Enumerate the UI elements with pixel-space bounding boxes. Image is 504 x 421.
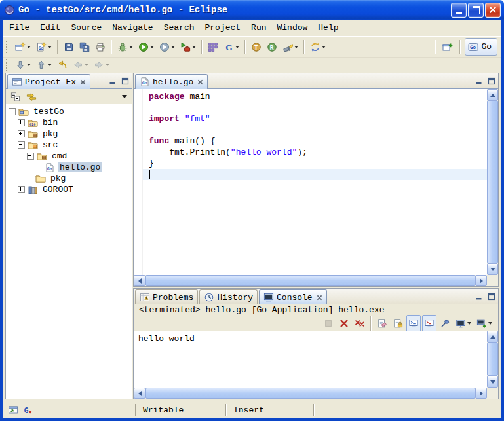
expand-icon[interactable]	[18, 186, 25, 193]
tree-item-src[interactable]: src	[6, 139, 132, 151]
go-type-button[interactable]: G	[222, 39, 241, 56]
dropdown-arrow-icon[interactable]	[48, 46, 52, 48]
dropdown-arrow-icon[interactable]	[171, 46, 175, 48]
console-horizontal-scrollbar[interactable]	[134, 388, 487, 399]
save-all-button[interactable]	[77, 39, 92, 56]
menu-window[interactable]: Window	[272, 22, 313, 34]
new-wizard-button[interactable]	[13, 39, 33, 56]
dropdown-arrow-icon[interactable]	[106, 64, 109, 66]
menu-project[interactable]: Project	[199, 22, 246, 34]
minimize-view-button[interactable]	[475, 77, 484, 86]
last-edit-location-button[interactable]	[55, 56, 69, 73]
maximize-view-button[interactable]	[487, 292, 496, 301]
minimize-view-button[interactable]	[475, 292, 484, 301]
remove-all-launches-button[interactable]	[353, 315, 367, 332]
dropdown-arrow-icon[interactable]	[192, 46, 196, 48]
dropdown-arrow-icon[interactable]	[27, 46, 31, 48]
code-line[interactable]	[143, 124, 487, 136]
pin-console-button[interactable]	[438, 315, 452, 332]
scrollbar-thumb[interactable]	[487, 101, 498, 263]
collapse-all-button[interactable]	[9, 88, 23, 105]
menu-search[interactable]: Search	[159, 22, 200, 34]
collapse-icon[interactable]	[27, 153, 34, 160]
tree-item-bin[interactable]: 010bin	[6, 117, 132, 128]
remove-launch-button[interactable]	[337, 315, 351, 332]
scroll-up-button[interactable]	[487, 89, 498, 101]
code-line[interactable]	[143, 169, 487, 180]
collapse-icon[interactable]	[18, 141, 25, 149]
scroll-up-button[interactable]	[487, 331, 498, 342]
fast-view-icon[interactable]	[8, 405, 18, 415]
close-tab-icon[interactable]	[80, 79, 86, 85]
tree-item-pkg[interactable]: pkg	[6, 128, 132, 139]
code-area[interactable]: package mainimport "fmt"func main() { fm…	[134, 89, 487, 275]
close-tab-icon[interactable]	[197, 79, 203, 85]
minimize-view-button[interactable]	[108, 77, 117, 86]
code-line[interactable]: func main() {	[143, 136, 487, 147]
dropdown-arrow-icon[interactable]	[85, 64, 88, 66]
dropdown-arrow-icon[interactable]	[294, 46, 298, 48]
forward-button[interactable]	[92, 56, 111, 73]
tab-console[interactable]: Console	[259, 289, 327, 304]
scroll-lock-button[interactable]	[391, 315, 405, 332]
run-history-button[interactable]	[157, 39, 177, 56]
scroll-left-button[interactable]	[134, 275, 145, 286]
external-tools-button[interactable]	[178, 39, 198, 56]
menu-edit[interactable]: Edit	[35, 22, 66, 34]
go-status-icon[interactable]: G	[22, 405, 33, 415]
tab-history[interactable]: History	[199, 289, 258, 304]
maximize-view-button[interactable]	[487, 77, 496, 86]
scroll-right-button[interactable]	[475, 388, 487, 399]
close-tab-icon[interactable]	[317, 295, 322, 301]
go-perspective-button[interactable]: Go Go	[465, 38, 497, 56]
show-stderr-button[interactable]	[422, 315, 436, 332]
expand-icon[interactable]	[18, 130, 25, 137]
scrollbar-thumb[interactable]	[145, 275, 475, 286]
menu-file[interactable]: File	[4, 22, 35, 34]
show-stdout-button[interactable]	[406, 315, 421, 332]
dropdown-arrow-icon[interactable]	[235, 46, 239, 48]
run-button[interactable]	[136, 39, 156, 56]
collapse-icon[interactable]	[9, 108, 16, 115]
toolbar-grip[interactable]	[6, 59, 10, 71]
scrollbar-thumb[interactable]	[145, 388, 475, 399]
menu-run[interactable]: Run	[246, 22, 271, 34]
display-selected-console-button[interactable]	[454, 315, 473, 332]
scroll-down-button[interactable]	[487, 376, 498, 388]
dropdown-arrow-icon[interactable]	[150, 46, 154, 48]
open-resource-button[interactable]: R	[265, 39, 279, 56]
tab-problems[interactable]: Problems	[135, 289, 198, 304]
terminate-button[interactable]	[321, 315, 336, 332]
code-line[interactable]: fmt.Println("hello world");	[143, 147, 487, 158]
team-sync-button[interactable]	[308, 39, 328, 56]
dropdown-arrow-icon[interactable]	[322, 46, 326, 48]
dropdown-arrow-icon[interactable]	[48, 64, 52, 66]
scroll-right-button[interactable]	[475, 275, 487, 286]
go-package-button[interactable]	[206, 39, 220, 56]
view-menu-button[interactable]	[120, 88, 129, 105]
back-button[interactable]	[71, 56, 90, 73]
console-output[interactable]: hello world	[134, 331, 487, 388]
close-window-button[interactable]	[485, 3, 501, 18]
titlebar[interactable]: Go - testGo/src/cmd/hello.go - Eclipse	[0, 0, 504, 20]
code-line[interactable]: import "fmt"	[143, 113, 487, 124]
expand-icon[interactable]	[18, 119, 25, 126]
tree-item-cmd[interactable]: cmd	[6, 151, 132, 162]
tree-item-hello-go[interactable]: Gohello.go	[6, 162, 132, 173]
scroll-left-button[interactable]	[134, 388, 145, 399]
dropdown-arrow-icon[interactable]	[27, 64, 31, 66]
code-line[interactable]: }	[143, 158, 487, 169]
console-vertical-scrollbar[interactable]	[487, 331, 498, 388]
open-perspective-button[interactable]	[440, 39, 455, 56]
search-button[interactable]	[281, 39, 300, 56]
dropdown-arrow-icon[interactable]	[467, 322, 471, 325]
maximize-window-button[interactable]	[468, 3, 484, 18]
tab-project-explorer[interactable]: Project Ex	[7, 74, 90, 89]
new-go-element-button[interactable]: Go	[34, 39, 54, 56]
tree-item-goroot[interactable]: GOROOT	[6, 184, 132, 195]
open-console-button[interactable]	[475, 315, 494, 332]
menu-navigate[interactable]: Navigate	[107, 22, 158, 34]
code-line[interactable]: package main	[143, 91, 487, 102]
minimize-window-button[interactable]	[451, 3, 467, 18]
dropdown-arrow-icon[interactable]	[129, 46, 133, 48]
